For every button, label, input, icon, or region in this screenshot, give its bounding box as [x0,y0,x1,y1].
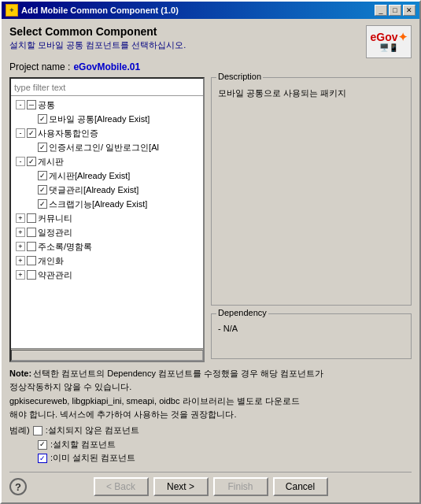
header-left: Select Common Component 설치할 모바일 공통 컴포넌트를… [9,25,186,51]
list-item[interactable]: 스크랩기능[Already Exist] [13,197,201,211]
horizontal-scrollbar[interactable] [11,348,203,361]
tree-area[interactable]: - 공통 모바일 공통[Already Exist] - 사용자통합 [11,96,203,348]
tree-item-label: 사용자통합인증 [38,127,98,139]
help-button[interactable]: ? [9,478,27,495]
legend-row: 범례) :설치되지 않은 컴포넌트 [9,424,412,438]
list-item[interactable]: + 주소록/명함록 [13,239,201,254]
main-panels: - 공통 모바일 공통[Already Exist] - 사용자통합 [9,77,412,362]
legend-item-3: :이미 설치된 컴포넌트 [9,451,412,465]
tree-item-label: 인증서로그인/ 일반로그인[Al [49,141,159,154]
list-item[interactable]: + 개인화 [13,254,201,268]
tree-item-label: 약관관리 [38,269,72,281]
tree-checkbox[interactable] [27,128,36,138]
egov-logo-text: eGov✦ [370,32,407,43]
note-line1: Note: 선택한 컴포넌트의 Dependency 컴포넌트를 수정했을 경우… [9,367,412,380]
dependency-box: Dependency - N/A [211,313,412,359]
tree-item-label: 스크랩기능[Already Exist] [49,198,147,210]
tree-item-label: 공통 [38,98,55,111]
description-box: Description 모바일 공통으로 사용되는 패키지 [211,77,412,306]
list-item[interactable]: + 약관관리 [13,268,201,282]
close-button[interactable]: ✕ [403,5,415,16]
right-panel: Description 모바일 공통으로 사용되는 패키지 Dependency… [211,77,412,362]
note-text-4: 해야 합니다. 넥서스에 추가하여 사용하는 것을 권장합니다. [9,408,412,421]
list-item[interactable]: - 게시판 [13,154,201,169]
legend-text-1: :설치되지 않은 컴포넌트 [46,424,139,438]
tree-item-label: 커뮤니티 [38,212,72,224]
list-item[interactable]: + 커뮤니티 [13,211,201,225]
dependency-text: - N/A [215,321,408,336]
tree-checkbox[interactable] [27,100,36,109]
tree-checkbox[interactable] [27,270,36,280]
tree-item-label: 게시판 [38,155,64,168]
page-subtitle: 설치할 모바일 공통 컴포넌트를 선택하십시오. [9,39,186,51]
component-tree-panel: - 공통 모바일 공통[Already Exist] - 사용자통합 [9,77,205,362]
tree-checkbox[interactable] [38,143,47,152]
note-text-1: 선택한 컴포넌트의 Dependency 컴포넌트를 수정했을 경우 해당 컴포… [33,367,323,380]
content-area: Select Common Component 설치할 모바일 공통 컴포넌트를… [2,19,419,502]
note-text-2: 정상작동하지 않을 수 있습니다. [9,380,412,394]
tree-item-label: 댓글관리[Already Exist] [49,183,138,196]
expand-button[interactable]: + [16,256,25,265]
legend-item-1: :설치되지 않은 컴포넌트 [33,424,139,438]
list-item[interactable]: + 일정관리 [13,225,201,239]
list-item[interactable]: 댓글관리[Already Exist] [13,183,201,197]
expand-button[interactable]: + [16,242,25,251]
tree-checkbox[interactable] [27,213,36,223]
legend-label: 범례) [9,424,30,438]
tree-checkbox[interactable] [27,242,36,251]
note-prefix: Note: [9,367,31,380]
footer-left: ? [9,478,27,495]
footer-buttons: < Back Next > Finish Cancel [94,477,328,496]
legend-area: 범례) :설치되지 않은 컴포넌트 :설치할 컴포넌트 :이미 설치된 컴포넌트 [9,424,412,465]
expand-button[interactable]: + [16,270,25,280]
egov-logo: eGov✦ 🖥️📱 [366,25,412,58]
list-item[interactable]: 모바일 공통[Already Exist] [13,112,201,126]
note-section: Note: 선택한 컴포넌트의 Dependency 컴포넌트를 수정했을 경우… [9,367,412,465]
expand-button[interactable]: - [16,157,25,166]
description-label: Description [216,72,263,81]
expand-button[interactable]: + [16,213,25,223]
window-title: Add Mobile Common Component (1.0) [21,6,179,15]
tree-checkbox[interactable] [38,171,47,180]
tree-item-label: 게시판[Already Exist] [49,169,130,182]
main-window: + Add Mobile Common Component (1.0) _ □ … [0,0,421,504]
tree-checkbox[interactable] [27,228,36,237]
tree-checkbox[interactable] [38,199,47,209]
tree-item-label: 일정관리 [38,226,72,239]
tree-checkbox[interactable] [27,157,36,166]
egov-logo-sub: 🖥️📱 [370,43,407,52]
title-buttons: _ □ ✕ [375,5,415,16]
expand-button[interactable]: - [16,100,25,109]
legend-text-3: :이미 설치된 컴포넌트 [50,451,135,465]
footer-section: ? < Back Next > Finish Cancel [9,472,412,496]
legend-text-2: :설치할 컴포넌트 [50,438,116,452]
back-button[interactable]: < Back [94,477,149,496]
project-name-value: eGovMobile.01 [73,61,140,72]
project-name-label: Project name : [9,61,70,72]
legend-checkbox-blue [38,454,47,463]
list-item[interactable]: 게시판[Already Exist] [13,169,201,183]
list-item[interactable]: - 공통 [13,98,201,112]
project-name-row: Project name : eGovMobile.01 [9,61,412,72]
header-section: Select Common Component 설치할 모바일 공통 컴포넌트를… [9,25,412,58]
next-button[interactable]: Next > [153,477,209,496]
expand-button[interactable]: + [16,228,25,237]
tree-checkbox[interactable] [38,185,47,195]
description-text: 모바일 공통으로 사용되는 패키지 [215,84,408,102]
minimize-button[interactable]: _ [375,5,387,16]
title-bar: + Add Mobile Common Component (1.0) _ □ … [2,2,419,19]
window-icon: + [6,4,18,17]
expand-button[interactable]: - [16,128,25,138]
legend-item-2: :설치할 컴포넌트 [9,438,412,452]
dependency-label: Dependency [216,308,268,317]
tree-item-label: 주소록/명함록 [38,240,92,253]
title-bar-left: + Add Mobile Common Component (1.0) [6,4,179,17]
tree-checkbox[interactable] [27,256,36,265]
cancel-button[interactable]: Cancel [273,477,328,496]
maximize-button[interactable]: □ [389,5,401,16]
tree-checkbox[interactable] [38,114,47,124]
filter-input[interactable] [11,79,203,96]
list-item[interactable]: 인증서로그인/ 일반로그인[Al [13,140,201,154]
list-item[interactable]: - 사용자통합인증 [13,126,201,140]
finish-button[interactable]: Finish [213,477,268,496]
